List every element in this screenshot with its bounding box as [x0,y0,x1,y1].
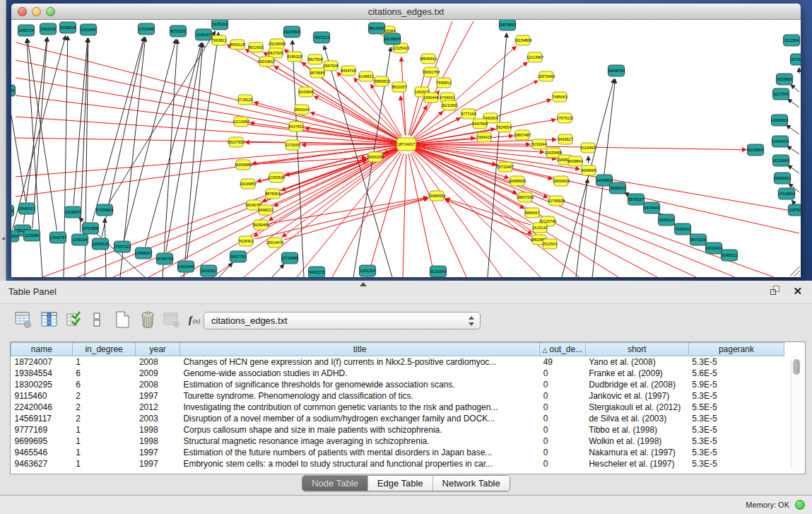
table-cell[interactable]: 9699695 [11,436,73,447]
select-column-icon[interactable] [39,310,60,331]
table-cell[interactable]: 0 [540,390,586,402]
table-cell[interactable]: 1997 [136,458,180,469]
network-edge[interactable] [445,199,531,225]
column-header-year[interactable]: year [136,343,180,356]
table-cell[interactable]: 0 [540,379,586,390]
table-cell[interactable]: Estimation of significance thresholds fo… [180,379,539,390]
network-edge[interactable] [163,40,177,277]
table-cell[interactable]: 18724007 [11,356,73,368]
table-cell[interactable]: 5.3E-5 [688,356,784,368]
column-header-name[interactable]: name [11,343,73,356]
network-edge[interactable] [255,198,428,239]
table-cell[interactable]: 2003 [136,413,180,424]
table-selector-dropdown[interactable]: citations_edges.txt [204,312,481,329]
table-cell[interactable]: Disruption of a novel member of a sodium… [180,413,539,424]
column-header-pagerank[interactable]: pagerank [688,343,784,356]
network-window-titlebar[interactable]: citations_edges.txt [11,4,801,20]
table-cell[interactable]: 5.6E-5 [688,368,784,379]
table-row[interactable]: 1938455462009Genome-wide association stu… [11,368,784,379]
network-edge[interactable] [16,78,396,143]
table-row[interactable]: 911546021997Tourette syndrome. Phenomeno… [11,390,784,402]
network-edge[interactable] [13,36,66,230]
table-cell[interactable]: 0 [540,368,586,379]
table-cell[interactable]: 1 [72,447,136,458]
table-cell[interactable]: 5.3E-5 [688,447,784,458]
network-edge[interactable] [416,148,735,277]
table-cell[interactable]: Tourette syndrome. Phenomenology and cla… [180,390,539,402]
network-edge[interactable] [403,154,406,277]
table-cell[interactable]: Jankovic et al. (1997) [585,390,688,402]
tab-node-table[interactable]: Node Table [302,476,367,491]
close-panel-icon[interactable]: ✕ [793,286,802,296]
table-cell[interactable]: Estimation of the future numbers of pati… [180,447,539,458]
float-panel-icon[interactable] [770,286,781,296]
tab-edge-table[interactable]: Edge Table [367,476,433,491]
network-edge[interactable] [11,99,25,201]
network-edge[interactable] [367,153,404,277]
table-cell[interactable]: 1997 [136,390,180,402]
table-cell[interactable]: 5.3E-5 [688,390,784,402]
network-edge[interactable] [788,165,799,173]
table-cell[interactable]: 6 [72,368,136,379]
table-cell[interactable]: 1 [72,436,136,447]
clear-row-selection-icon[interactable] [86,310,107,331]
window-resize-grip[interactable] [790,267,800,276]
table-row[interactable]: 946362711997Embryonic stem cells: a mode… [11,458,784,469]
table-cell[interactable]: Franke et al. (2009) [585,368,688,379]
table-cell[interactable]: 49 [540,356,586,368]
table-cell[interactable]: 19384554 [11,368,73,379]
table-cell[interactable]: 0 [540,413,586,424]
table-cell[interactable]: 2 [72,413,136,424]
table-row[interactable]: 1872400712008Changes of HCN gene express… [11,356,784,368]
network-edge[interactable] [187,33,218,259]
table-row[interactable]: 946554611997Estimation of the future num… [11,447,784,458]
table-cell[interactable]: 5.3E-5 [688,424,784,436]
network-edge[interactable] [219,263,233,277]
table-cell[interactable]: 5.3E-5 [688,458,784,469]
column-header-short[interactable]: short [585,343,688,356]
network-edge[interactable] [408,154,435,277]
table-cell[interactable]: 5.3E-5 [688,413,784,424]
table-row[interactable]: 969969511998Structural magnetic resonanc… [11,436,784,447]
network-edge[interactable] [408,68,426,136]
table-cell[interactable]: 1 [72,458,136,469]
table-cell[interactable]: 5.3E-5 [688,436,784,447]
table-cell[interactable]: 1998 [136,436,180,447]
table-scrollbar[interactable] [791,356,801,471]
network-edge[interactable] [791,85,799,92]
network-edge[interactable] [283,199,428,240]
network-graph[interactable]: 1872400779638228960128891293523226058982… [11,20,801,277]
table-cell[interactable]: Changes of HCN gene expression and I(f) … [180,356,539,368]
table-cell[interactable]: 0 [540,402,586,413]
network-edge[interactable] [414,151,579,277]
table-cell[interactable]: 9463627 [11,458,73,469]
table-cell[interactable]: 0 [540,447,586,458]
column-header-title[interactable]: title [180,343,539,356]
table-cell[interactable]: 0 [540,436,586,447]
table-scrollbar-thumb[interactable] [793,359,800,375]
network-edge[interactable] [28,39,57,230]
network-edge[interactable] [272,264,284,277]
select-rows-icon[interactable] [64,310,85,331]
table-row[interactable]: 1830029562008Estimation of significance … [11,379,784,390]
network-edge[interactable] [293,40,304,277]
table-cell[interactable]: 18300295 [11,379,73,390]
table-cell[interactable]: Corpus callosum shape and size in male p… [180,424,539,436]
table-cell[interactable]: 2012 [136,402,180,413]
table-row[interactable]: 977716911998Corpus callosum shape and si… [11,424,784,436]
table-cell[interactable]: 1997 [136,447,180,458]
table-cell[interactable]: 9777169 [11,424,73,436]
table-cell[interactable]: 1 [72,424,136,436]
tab-network-table[interactable]: Network Table [433,476,510,491]
network-edge[interactable] [576,179,588,277]
table-row[interactable]: 2242004622012Investigating the contribut… [11,402,784,413]
table-cell[interactable]: 9465546 [11,447,73,458]
table-cell[interactable]: 2008 [136,356,180,368]
table-cell[interactable]: 2009 [136,368,180,379]
new-file-icon[interactable] [112,310,133,331]
table-cell[interactable]: 0 [540,424,586,436]
table-cell[interactable]: Wolkin et al. (1998) [585,436,688,447]
table-cell[interactable]: Nakamura et al. (1997) [585,447,688,458]
table-cell[interactable]: Yano et al. (2008) [585,356,688,368]
table-cell[interactable]: Stergiakouli et al. (2012) [585,402,688,413]
